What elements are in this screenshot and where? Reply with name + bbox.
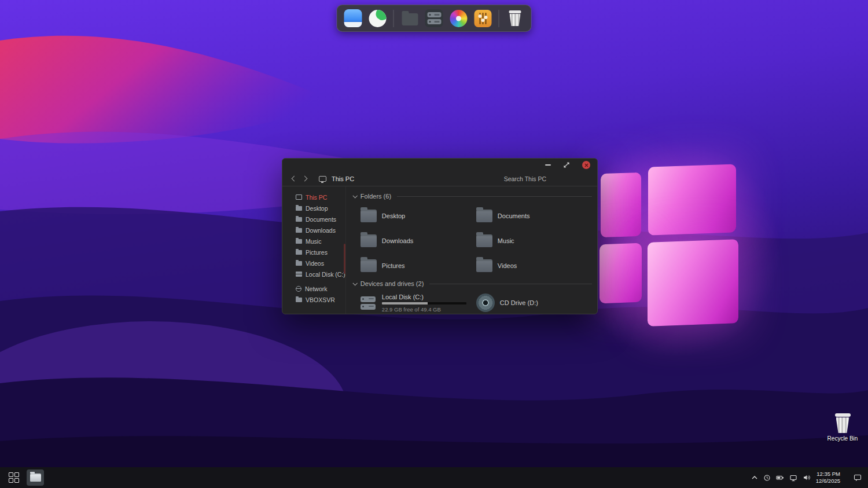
folder-grid: Desktop Documents Downloads Music [361,208,592,274]
dock-separator [499,10,499,27]
sidebar-item-label: Documents [306,216,336,223]
folder-label: Pictures [382,262,405,269]
windows-logo-pane [648,239,738,326]
folder-icon [361,210,377,222]
chevron-down-icon [352,193,357,198]
sidebar-item-pictures[interactable]: Pictures [282,247,345,258]
clock-icon[interactable] [763,474,771,482]
this-pc-icon [319,176,326,182]
minimize-button[interactable] [545,164,551,166]
sidebar-item-documents[interactable]: Documents [282,214,345,225]
this-pc-icon[interactable] [425,9,444,28]
expand-icon [564,162,569,168]
clock-time: 12:35 PM [816,471,840,478]
sidebar-item-network[interactable]: Network [282,283,345,294]
folder-item-pictures[interactable]: Pictures [361,258,476,274]
system-tray: 12:35 PM 12/6/2025 [751,471,868,485]
folder-icon [476,210,492,222]
folder-item-music[interactable]: Music [476,233,592,249]
sidebar-item-this-pc[interactable]: This PC [282,192,345,203]
folders-section-header[interactable]: Folders (6) [353,192,592,201]
folder-icon [361,234,377,247]
sidebar-item-local-disk[interactable]: Local Disk (C:) [282,269,345,280]
folder-icon [296,228,302,233]
disk-usage-fill [382,302,428,304]
folder-icon [296,206,302,211]
recycle-bin[interactable]: Recycle Bin [826,413,859,442]
monitor-icon [296,195,302,200]
folder-icon [296,261,302,266]
titlebar[interactable] [282,159,597,171]
folder-label: Videos [498,262,517,269]
devices-section-header[interactable]: Devices and drives (2) [353,279,592,288]
drive-label: Local Disk (C:) [382,293,466,300]
sidebar-item-label: This PC [306,194,327,201]
windows-logo-pane [648,164,736,235]
maximize-button[interactable] [563,162,570,168]
sidebar-item-label: Downloads [306,227,336,234]
sidebar-item-label: Network [305,285,328,292]
folder-label: Downloads [382,237,413,244]
folder-icon [296,239,302,244]
drive-detail: 22.9 GB free of 49.4 GB [382,306,466,313]
sidebar-item-downloads[interactable]: Downloads [282,225,345,236]
sidebar-item-vboxsvr[interactable]: VBOXSVR [282,294,345,305]
notifications-icon[interactable] [854,474,862,482]
sidebar: This PC Desktop Documents Downloads Musi… [282,186,346,314]
color-wheel-icon[interactable] [449,9,468,28]
start-button[interactable] [6,469,22,486]
sidebar-scrollbar[interactable] [344,244,345,274]
battery-icon[interactable] [776,474,784,481]
clock-date: 12/6/2025 [816,478,840,485]
disk-usage-bar [382,302,466,304]
browser-icon[interactable] [368,9,387,28]
drive-icon [361,293,377,313]
folder-icon [476,234,492,247]
folder-item-videos[interactable]: Videos [476,258,592,274]
sidebar-item-desktop[interactable]: Desktop [282,203,345,214]
folder-item-documents[interactable]: Documents [476,208,592,224]
folder-label: Desktop [382,212,405,219]
folder-icon [296,217,302,222]
local-disk-item[interactable]: Local Disk (C:) 22.9 GB free of 49.4 GB [361,293,476,313]
chevron-up-icon[interactable] [751,475,758,480]
folder-icon [296,298,302,302]
forward-button[interactable] [299,177,310,181]
sidebar-item-videos[interactable]: Videos [282,258,345,269]
dock [337,5,532,32]
ethernet-icon[interactable] [789,474,797,482]
folder-item-desktop[interactable]: Desktop [361,208,476,224]
folder-item-downloads[interactable]: Downloads [361,233,476,249]
close-button[interactable] [582,161,590,169]
cd-icon [476,293,495,312]
section-rule [429,284,592,284]
disk-info: Local Disk (C:) 22.9 GB free of 49.4 GB [382,293,466,313]
back-button[interactable] [289,177,299,181]
taskbar-clock[interactable]: 12:35 PM 12/6/2025 [816,471,840,485]
folder-icon [296,250,302,255]
drive-label: CD Drive (D:) [500,299,538,306]
folder-icon [361,259,377,272]
sidebar-item-music[interactable]: Music [282,236,345,247]
section-title: Folders (6) [361,193,391,200]
finder-icon[interactable] [344,9,363,28]
drive-icon [296,271,302,277]
taskbar-file-explorer-button[interactable] [27,469,44,486]
dock-separator [393,10,394,27]
sidebar-item-label: VBOXSVR [306,296,335,303]
chevron-left-icon [291,176,297,182]
cd-drive-item[interactable]: CD Drive (D:) [476,293,538,313]
sidebar-item-label: Music [306,238,321,245]
volume-icon[interactable] [803,474,811,481]
sidebar-item-label: Desktop [306,205,328,212]
settings-sliders-icon[interactable] [473,9,492,28]
folder-icon[interactable] [400,9,420,28]
chevron-right-icon [301,176,307,182]
windows-logo-pane [599,243,642,304]
sidebar-item-label: Videos [306,260,324,267]
address-bar[interactable]: This PC [332,175,354,182]
trash-icon[interactable] [506,9,525,28]
recycle-bin-label: Recycle Bin [827,435,858,442]
taskbar: 12:35 PM 12/6/2025 [0,467,868,488]
search-input[interactable]: Search This PC [504,175,546,182]
